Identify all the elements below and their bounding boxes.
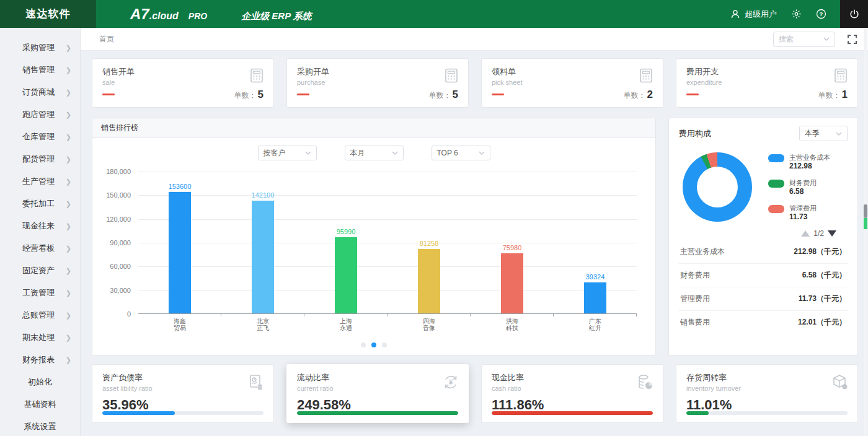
sidebar-item-17[interactable]: 系统设置 [0, 416, 80, 436]
chevron-right-icon: ❯ [66, 66, 71, 74]
legend-page-down-icon[interactable] [828, 230, 836, 237]
sidebar-item-0[interactable]: 采购管理❯ [0, 37, 80, 59]
legend-item-2[interactable]: 管理费用11.73 [768, 204, 830, 221]
stat-card-title: 领料单 [492, 66, 653, 77]
report-icon [247, 373, 265, 393]
carousel-dot-1[interactable] [371, 342, 376, 347]
bar-2[interactable]: 95990 [335, 237, 357, 313]
sidebar-item-16[interactable]: 基础资料 [0, 393, 80, 416]
bar-slot: 39324 [554, 172, 637, 313]
sidebar-item-label: 初始化 [28, 377, 52, 388]
stat-card-0[interactable]: 销售开单sale单数：5 [92, 58, 274, 108]
settings-gear-icon[interactable] [790, 9, 802, 20]
help-icon[interactable]: ? [815, 9, 826, 20]
carousel-dot-2[interactable] [382, 342, 387, 347]
sidebar-item-13[interactable]: 期末处理❯ [0, 326, 80, 349]
sidebar-item-7[interactable]: 委托加工❯ [0, 193, 80, 215]
calculator-icon [249, 68, 265, 86]
sidebar-item-label: 工资管理 [22, 287, 55, 299]
sidebar-item-2[interactable]: 订货商城❯ [0, 81, 80, 103]
kpi-progress-track [686, 411, 848, 415]
chart-filter-select-1[interactable]: 本月 [345, 146, 404, 160]
bar-5[interactable]: 39324 [584, 282, 606, 313]
sidebar-item-14[interactable]: 财务报表❯ [0, 349, 80, 371]
expense-row-2: 管理费用11.73（千元） [679, 287, 848, 311]
period-value: 本季 [805, 128, 820, 139]
sidebar-item-label: 系统设置 [24, 421, 56, 432]
logout-power-button[interactable] [840, 0, 868, 28]
period-select[interactable]: 本季 [799, 126, 848, 141]
bar-1[interactable]: 142100 [252, 201, 274, 313]
stat-card-2[interactable]: 领料单pick sheet单数：2 [481, 58, 663, 108]
search-placeholder: 搜索 [779, 34, 794, 45]
sidebar-item-11[interactable]: 工资管理❯ [0, 282, 80, 304]
kpi-progress-fill [686, 411, 709, 415]
scrollbar [864, 28, 867, 436]
stat-card-3[interactable]: 费用开支expenditure单数：1 [676, 58, 858, 108]
fullscreen-icon[interactable] [848, 35, 857, 44]
bar-0[interactable]: 153600 [169, 192, 191, 313]
expense-row-label: 销售费用 [680, 317, 710, 328]
bar-slot: 153600 [138, 172, 221, 313]
chart-filter-select-2[interactable]: TOP 6 [432, 146, 490, 160]
chevron-right-icon: ❯ [66, 289, 71, 297]
carousel-dots [92, 342, 655, 347]
chevron-right-icon: ❯ [66, 222, 71, 230]
kpi-card-0[interactable]: 资产负债率asset libility ratio35.96% [92, 364, 274, 423]
panel-title: 费用构成 [679, 128, 711, 139]
sidebar-item-label: 期末处理 [22, 332, 55, 343]
user-icon [730, 9, 741, 20]
sidebar-item-8[interactable]: 现金往来❯ [0, 215, 80, 237]
sidebar-item-1[interactable]: 销售管理❯ [0, 59, 80, 81]
kpi-card-1[interactable]: 流动比率current ratio249.58%¥ [286, 364, 469, 423]
breadcrumb-home[interactable]: 首页 [99, 34, 114, 45]
bar-4[interactable]: 75980 [501, 253, 523, 313]
sidebar-item-12[interactable]: 总账管理❯ [0, 304, 80, 326]
filter-value: TOP 6 [437, 149, 458, 157]
legend-item-0[interactable]: 主营业务成本212.98 [768, 154, 830, 170]
user-name: 超级用户 [745, 9, 777, 20]
search-input[interactable]: 搜索 [773, 32, 835, 47]
donut-legend: 主营业务成本212.98财务费用6.58管理费用11.73 [768, 154, 830, 221]
sidebar-item-10[interactable]: 固定资产❯ [0, 259, 80, 282]
kpi-cards-row: 资产负债率asset libility ratio35.96%流动比率curre… [92, 364, 858, 423]
kpi-progress-fill [297, 411, 458, 415]
kpi-title: 现金比率 [492, 372, 653, 383]
stat-card-subtitle: sale [102, 79, 264, 86]
sidebar-item-6[interactable]: 生产管理❯ [0, 170, 80, 193]
sidebar-item-3[interactable]: 跑店管理❯ [0, 103, 80, 126]
sidebar-item-5[interactable]: 配货管理❯ [0, 148, 80, 170]
expense-rows: 主营业务成本212.98（千元）财务费用6.58（千元）管理费用11.73（千元… [679, 240, 848, 334]
legend-item-1[interactable]: 财务费用6.58 [768, 179, 830, 196]
legend-swatch [768, 205, 784, 213]
stat-card-1[interactable]: 采购开单purchase单数：5 [286, 58, 469, 108]
sales-bar-chart: 180,000150,000120,00090,00060,00030,0000… [104, 172, 637, 334]
sidebar-item-label: 基础资料 [24, 399, 56, 410]
chevron-right-icon: ❯ [66, 89, 71, 97]
y-tick-label: 60,000 [110, 263, 131, 270]
chevron-down-icon [305, 151, 311, 155]
kpi-title: 资产负债率 [102, 372, 264, 383]
sidebar-item-label: 订货商城 [22, 87, 55, 98]
user-menu[interactable]: 超级用户 [730, 9, 777, 20]
scrollbar-accent [864, 218, 867, 229]
sidebar-item-9[interactable]: 经营看板❯ [0, 237, 80, 259]
legend-swatch [768, 180, 784, 188]
chevron-down-icon [823, 37, 830, 41]
chevron-right-icon: ❯ [66, 245, 71, 253]
sidebar-item-4[interactable]: 仓库管理❯ [0, 126, 80, 148]
chart-filter-select-0[interactable]: 按客户 [258, 146, 317, 160]
topbar: 首页 搜索 [81, 28, 868, 51]
brand-logo: 速达软件 [0, 0, 96, 28]
legend-page-up-icon[interactable] [801, 230, 810, 237]
sidebar-item-15[interactable]: 初始化 [0, 371, 80, 393]
chevron-right-icon: ❯ [66, 334, 71, 342]
chevron-right-icon: ❯ [66, 155, 71, 164]
kpi-card-2[interactable]: 现金比率cash ratio111.86% [481, 364, 663, 423]
legend-label: 财务费用6.58 [789, 179, 817, 196]
carousel-dot-0[interactable] [361, 342, 366, 347]
kpi-card-3[interactable]: 存货周转率inventory turnover11.01% [676, 364, 858, 423]
scrollbar-thumb[interactable] [864, 204, 867, 218]
filter-value: 本月 [350, 148, 365, 159]
bar-3[interactable]: 81258 [418, 249, 440, 313]
